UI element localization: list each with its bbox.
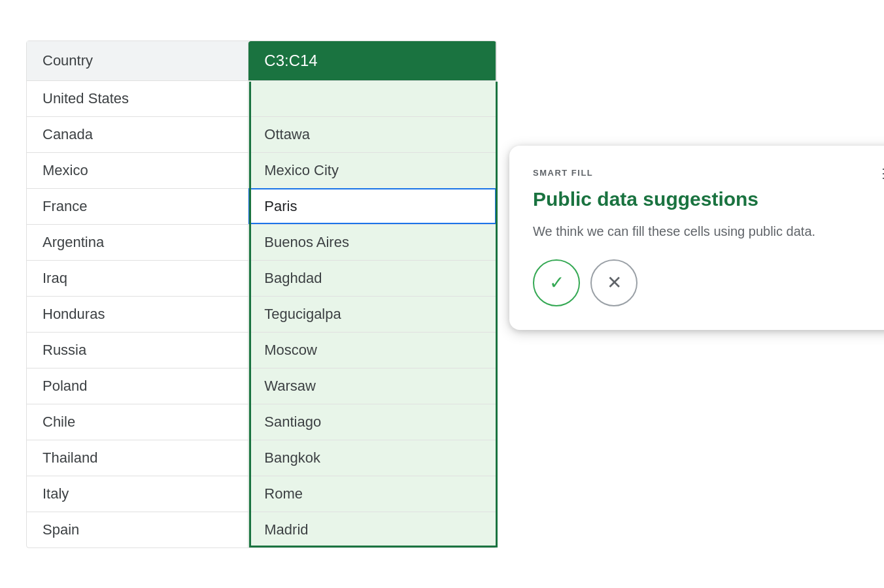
capital-cell[interactable]: Tegucigalpa: [248, 296, 496, 332]
capital-cell[interactable]: Madrid: [248, 512, 496, 547]
country-header: Country: [27, 41, 248, 81]
table-row: Mexico Mexico City: [27, 152, 496, 188]
capital-cell[interactable]: Bangkok: [248, 440, 496, 476]
capital-cell[interactable]: Moscow: [248, 332, 496, 368]
country-cell: Argentina: [27, 224, 248, 260]
spreadsheet: Country C3:C14 United States Canada Otta…: [26, 41, 497, 548]
table-row: United States: [27, 80, 496, 116]
smart-fill-buttons: ✓ ✕: [533, 259, 884, 306]
capital-cell[interactable]: Mexico City: [248, 152, 496, 188]
smart-fill-description: We think we can fill these cells using p…: [533, 221, 884, 241]
country-cell: Poland: [27, 368, 248, 404]
table-row: Italy Rome: [27, 476, 496, 512]
capital-cell[interactable]: [248, 80, 496, 116]
capital-cell-active[interactable]: Paris: [248, 188, 496, 224]
table-row: Canada Ottawa: [27, 116, 496, 152]
table-body: United States Canada Ottawa Mexico Mexic…: [27, 80, 496, 547]
smart-fill-label: SMART FILL: [533, 168, 593, 178]
capital-cell[interactable]: Buenos Aires: [248, 224, 496, 260]
country-cell: Canada: [27, 116, 248, 152]
capital-cell[interactable]: Warsaw: [248, 368, 496, 404]
table-row: Russia Moscow: [27, 332, 496, 368]
country-cell: France: [27, 188, 248, 224]
country-cell: United States: [27, 80, 248, 116]
country-cell: Honduras: [27, 296, 248, 332]
country-cell: Thailand: [27, 440, 248, 476]
table-row: Poland Warsaw: [27, 368, 496, 404]
smart-fill-menu-icon[interactable]: ⋮: [877, 167, 884, 180]
accept-button[interactable]: ✓: [533, 259, 580, 306]
capital-cell[interactable]: Rome: [248, 476, 496, 512]
capital-cell[interactable]: Santiago: [248, 404, 496, 440]
capital-header-selected[interactable]: C3:C14: [248, 41, 496, 81]
table-row: Argentina Buenos Aires: [27, 224, 496, 260]
country-cell: Italy: [27, 476, 248, 512]
country-cell: Mexico: [27, 152, 248, 188]
country-cell: Russia: [27, 332, 248, 368]
reject-button[interactable]: ✕: [590, 259, 638, 306]
sheet-table: Country C3:C14 United States Canada Otta…: [27, 41, 496, 547]
table-row: Honduras Tegucigalpa: [27, 296, 496, 332]
table-row: Chile Santiago: [27, 404, 496, 440]
country-cell: Chile: [27, 404, 248, 440]
capital-cell[interactable]: Ottawa: [248, 116, 496, 152]
country-cell: Spain: [27, 512, 248, 547]
capital-cell[interactable]: Baghdad: [248, 260, 496, 296]
table-row: Iraq Baghdad: [27, 260, 496, 296]
country-cell: Iraq: [27, 260, 248, 296]
table-row: Thailand Bangkok: [27, 440, 496, 476]
smart-fill-popup: SMART FILL ⋮ Public data suggestions We …: [509, 146, 884, 330]
table-row: Spain Madrid: [27, 512, 496, 547]
table-row: France Paris: [27, 188, 496, 224]
smart-fill-title: Public data suggestions: [533, 188, 884, 211]
smart-fill-header: SMART FILL ⋮: [533, 167, 884, 180]
